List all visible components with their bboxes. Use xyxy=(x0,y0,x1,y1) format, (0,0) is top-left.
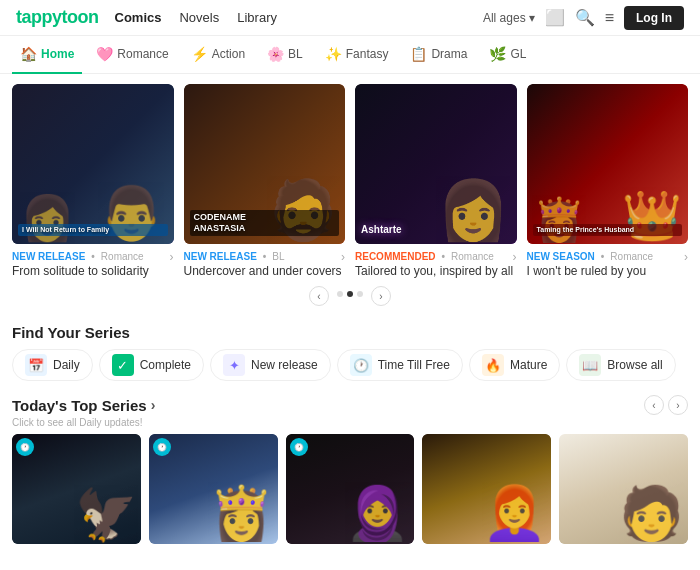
header-left: tappytoon Comics Novels Library xyxy=(16,7,277,28)
top-series-next-button[interactable]: › xyxy=(668,395,688,415)
filter-browse-all[interactable]: 📖 Browse all xyxy=(566,349,675,381)
subnav-bl[interactable]: 🌸 BL xyxy=(259,36,311,74)
carousel-dot-1[interactable] xyxy=(347,291,353,297)
comic-card-2[interactable]: 👩 Ashtarte RECOMMENDED • Romance › Tailo… xyxy=(355,84,517,280)
series-item-2[interactable]: 🧕 🕐 xyxy=(286,434,415,544)
filter-new-release[interactable]: ✦ New release xyxy=(210,349,331,381)
today-title-text: Today's Top Series xyxy=(12,397,147,414)
carousel-prev-button[interactable]: ‹ xyxy=(309,286,329,306)
bookmark-icon: ⬜ xyxy=(545,8,565,27)
comic-tag-0: NEW RELEASE xyxy=(12,251,85,262)
fantasy-icon: ✨ xyxy=(325,46,342,62)
carousel-next-button[interactable]: › xyxy=(371,286,391,306)
filter-mature-label: Mature xyxy=(510,358,547,372)
subnav-fantasy-label: Fantasy xyxy=(346,47,389,61)
search-button[interactable]: 🔍 xyxy=(575,8,595,27)
bl-icon: 🌸 xyxy=(267,46,284,62)
carousel-dot-0[interactable] xyxy=(337,291,343,297)
age-filter[interactable]: All ages ▾ xyxy=(483,11,535,25)
nav-novels[interactable]: Novels xyxy=(179,10,219,25)
filter-daily-label: Daily xyxy=(53,358,80,372)
gl-icon: 🌿 xyxy=(489,46,506,62)
browse-all-icon: 📖 xyxy=(579,354,601,376)
top-series-section: Today's Top Series › ‹ › Click to see al… xyxy=(0,391,700,544)
comic-card-3[interactable]: 👑 👸 Taming the Prince's Husband NEW SEAS… xyxy=(527,84,689,280)
today-chevron-icon: › xyxy=(151,397,156,413)
series-item-3[interactable]: 👩‍🦰 xyxy=(422,434,551,544)
series-badge-0: 🕐 xyxy=(16,438,34,456)
header-right: All ages ▾ ⬜ 🔍 ≡ Log In xyxy=(483,6,684,30)
find-series-title: Find Your Series xyxy=(0,318,700,349)
filter-time-till-free[interactable]: 🕐 Time Till Free xyxy=(337,349,463,381)
bookmark-button[interactable]: ⬜ xyxy=(545,8,565,27)
carousel-dot-2[interactable] xyxy=(357,291,363,297)
subnav-drama-label: Drama xyxy=(431,47,467,61)
romance-icon: 🩷 xyxy=(96,46,113,62)
main-nav: Comics Novels Library xyxy=(115,10,277,25)
subnav-romance[interactable]: 🩷 Romance xyxy=(88,36,176,74)
comic-title-3: I won't be ruled by you xyxy=(527,264,689,278)
sub-nav: 🏠 Home 🩷 Romance ⚡ Action 🌸 BL ✨ Fantasy… xyxy=(0,36,700,74)
subnav-gl[interactable]: 🌿 GL xyxy=(481,36,534,74)
time-till-free-icon: 🕐 xyxy=(350,354,372,376)
series-filters: 📅 Daily ✓ Complete ✦ New release 🕐 Time … xyxy=(0,349,700,391)
comic-tag-1: NEW RELEASE xyxy=(184,251,257,262)
action-icon: ⚡ xyxy=(191,46,208,62)
subnav-action[interactable]: ⚡ Action xyxy=(183,36,253,74)
comic-card-0[interactable]: 👨 👩 I Will Not Return to Family NEW RELE… xyxy=(12,84,174,280)
today-header: Today's Top Series › ‹ › xyxy=(0,391,700,417)
top-series-prev-button[interactable]: ‹ xyxy=(644,395,664,415)
find-series-section: Find Your Series 📅 Daily ✓ Complete ✦ Ne… xyxy=(0,318,700,391)
series-badge-2: 🕐 xyxy=(290,438,308,456)
logo[interactable]: tappytoon xyxy=(16,7,99,28)
comics-grid: 👨 👩 I Will Not Return to Family NEW RELE… xyxy=(12,84,688,280)
comic-title-0: From solitude to solidarity xyxy=(12,264,174,278)
subnav-drama[interactable]: 📋 Drama xyxy=(402,36,475,74)
comic-genre-1: BL xyxy=(272,251,284,262)
comic-arrow-2: › xyxy=(513,250,517,264)
subnav-home-label: Home xyxy=(41,47,74,61)
filter-browse-all-label: Browse all xyxy=(607,358,662,372)
comic-title-2: Tailored to you, inspired by all xyxy=(355,264,517,278)
series-item-4[interactable]: 🧑 xyxy=(559,434,688,544)
nav-comics[interactable]: Comics xyxy=(115,10,162,25)
subnav-gl-label: GL xyxy=(510,47,526,61)
series-item-0[interactable]: 🦅 🕐 xyxy=(12,434,141,544)
chevron-down-icon: ▾ xyxy=(529,11,535,25)
comic-genre-2: Romance xyxy=(451,251,494,262)
new-release-icon: ✦ xyxy=(223,354,245,376)
age-filter-label: All ages xyxy=(483,11,526,25)
menu-button[interactable]: ≡ xyxy=(605,9,614,27)
nav-library[interactable]: Library xyxy=(237,10,277,25)
logo-suffix: toon xyxy=(62,7,99,27)
comic-title-1: Undercover and under covers xyxy=(184,264,346,278)
top-series-grid: 🦅 🕐 👸 🕐 🧕 🕐 👩‍🦰 🧑 xyxy=(0,434,700,544)
subnav-fantasy[interactable]: ✨ Fantasy xyxy=(317,36,397,74)
logo-prefix: tappy xyxy=(16,7,62,27)
filter-time-till-free-label: Time Till Free xyxy=(378,358,450,372)
comic-genre-0: Romance xyxy=(101,251,144,262)
complete-icon: ✓ xyxy=(112,354,134,376)
mature-icon: 🔥 xyxy=(482,354,504,376)
comic-genre-3: Romance xyxy=(610,251,653,262)
search-icon: 🔍 xyxy=(575,8,595,27)
today-subtitle: Click to see all Daily updates! xyxy=(0,417,700,434)
comic-arrow-3: › xyxy=(684,250,688,264)
filter-complete[interactable]: ✓ Complete xyxy=(99,349,204,381)
filter-new-release-label: New release xyxy=(251,358,318,372)
comic-arrow-1: › xyxy=(341,250,345,264)
filter-mature[interactable]: 🔥 Mature xyxy=(469,349,560,381)
drama-icon: 📋 xyxy=(410,46,427,62)
comic-tag-2: RECOMMENDED xyxy=(355,251,436,262)
comic-card-1[interactable]: 🧔 CODENAMEANASTASIA NEW RELEASE • BL › U… xyxy=(184,84,346,280)
login-button[interactable]: Log In xyxy=(624,6,684,30)
today-title: Today's Top Series › xyxy=(12,397,155,414)
comic-arrow-0: › xyxy=(170,250,174,264)
filter-complete-label: Complete xyxy=(140,358,191,372)
series-item-1[interactable]: 👸 🕐 xyxy=(149,434,278,544)
filter-daily[interactable]: 📅 Daily xyxy=(12,349,93,381)
series-badge-1: 🕐 xyxy=(153,438,171,456)
comic-tag-3: NEW SEASON xyxy=(527,251,595,262)
subnav-action-label: Action xyxy=(212,47,245,61)
subnav-home[interactable]: 🏠 Home xyxy=(12,36,82,74)
